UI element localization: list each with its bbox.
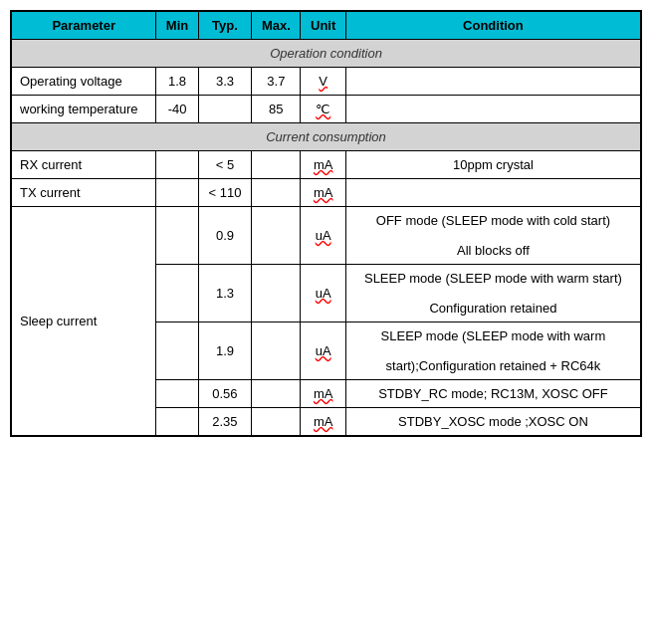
val-sleep5-min xyxy=(156,408,198,436)
table-row: Operating voltage 1.8 3.3 3.7 V xyxy=(12,68,641,96)
param-sleep-current: Sleep current xyxy=(12,207,156,436)
val-sleep1-max xyxy=(252,207,301,265)
condition-voltage xyxy=(345,68,640,96)
val-sleep3-typ: 1.9 xyxy=(198,322,252,380)
section-current-consumption: Current consumption xyxy=(12,123,641,151)
param-tx-current: TX current xyxy=(12,179,156,207)
table-row: TX current < 110 mA xyxy=(12,179,641,207)
unit-temp: ℃ xyxy=(301,96,345,123)
val-sleep3-max xyxy=(252,322,301,380)
val-sleep4-typ: 0.56 xyxy=(198,380,252,408)
header-typ: Typ. xyxy=(198,12,252,40)
table-row: RX current < 5 mA 10ppm crystal xyxy=(12,151,641,179)
param-operating-voltage: Operating voltage xyxy=(12,68,156,96)
unit-sleep5: mA xyxy=(301,408,345,436)
val-rx-typ: < 5 xyxy=(198,151,252,179)
section-title-operation: Operation condition xyxy=(12,40,641,68)
val-rx-max xyxy=(252,151,301,179)
val-sleep1-typ: 0.9 xyxy=(198,207,252,265)
unit-sleep1: uA xyxy=(301,207,345,265)
val-tx-min xyxy=(156,179,198,207)
val-rx-min xyxy=(156,151,198,179)
val-sleep5-max xyxy=(252,408,301,436)
unit-voltage: V xyxy=(301,68,345,96)
val-sleep1-min xyxy=(156,207,198,265)
val-voltage-typ: 3.3 xyxy=(198,68,252,96)
val-tx-max xyxy=(252,179,301,207)
condition-sleep2: SLEEP mode (SLEEP mode with warm start)C… xyxy=(345,265,640,322)
val-voltage-max: 3.7 xyxy=(252,68,301,96)
condition-sleep4: STDBY_RC mode; RC13M, XOSC OFF xyxy=(345,380,640,408)
val-sleep2-max xyxy=(252,265,301,322)
condition-sleep3: SLEEP mode (SLEEP mode with warmstart);C… xyxy=(345,322,640,380)
val-temp-min: -40 xyxy=(156,96,198,123)
param-working-temp: working temperature xyxy=(12,96,156,123)
table-row-sleep-1: Sleep current 0.9 uA OFF mode (SLEEP mod… xyxy=(12,207,641,265)
header-min: Min xyxy=(156,12,198,40)
unit-sleep3: uA xyxy=(301,322,345,380)
val-sleep4-min xyxy=(156,380,198,408)
section-title-current: Current consumption xyxy=(12,123,641,151)
val-tx-typ: < 110 xyxy=(198,179,252,207)
val-voltage-min: 1.8 xyxy=(156,68,198,96)
header-parameter: Parameter xyxy=(12,12,156,40)
val-sleep4-max xyxy=(252,380,301,408)
section-operation-condition: Operation condition xyxy=(12,40,641,68)
val-temp-typ xyxy=(198,96,252,123)
param-rx-current: RX current xyxy=(12,151,156,179)
condition-temp xyxy=(345,96,640,123)
val-sleep2-min xyxy=(156,265,198,322)
unit-tx: mA xyxy=(301,179,345,207)
condition-sleep1: OFF mode (SLEEP mode with cold start)All… xyxy=(345,207,640,265)
condition-sleep5: STDBY_XOSC mode ;XOSC ON xyxy=(345,408,640,436)
main-table-container: Parameter Min Typ. Max. Unit Condition O… xyxy=(10,10,642,437)
val-sleep3-min xyxy=(156,322,198,380)
val-temp-max: 85 xyxy=(252,96,301,123)
header-condition: Condition xyxy=(345,12,640,40)
unit-sleep4: mA xyxy=(301,380,345,408)
val-sleep2-typ: 1.3 xyxy=(198,265,252,322)
unit-rx: mA xyxy=(301,151,345,179)
val-sleep5-typ: 2.35 xyxy=(198,408,252,436)
unit-sleep2: uA xyxy=(301,265,345,322)
header-max: Max. xyxy=(252,12,301,40)
condition-rx: 10ppm crystal xyxy=(345,151,640,179)
condition-tx xyxy=(345,179,640,207)
table-row: working temperature -40 85 ℃ xyxy=(12,96,641,123)
header-unit: Unit xyxy=(301,12,345,40)
